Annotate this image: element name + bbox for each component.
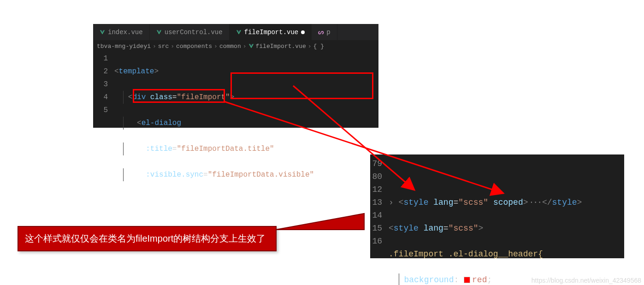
code-line: › <style lang="scss" scoped>···</style> — [389, 196, 620, 209]
dirty-indicator-icon — [301, 30, 305, 34]
code-lines[interactable]: › <style lang="scss" scoped>···</style> … — [389, 157, 624, 285]
annotation-text: 这个样式就仅仅会在类名为fileImport的树结构分支上生效了 — [25, 232, 266, 245]
crumb-seg[interactable]: tbva-mng-yideyi — [97, 43, 151, 50]
tab-bar: index.vue userControl.vue fileImport.vue… — [93, 24, 378, 40]
code-line: :visible.sync="fileImportData.visible" — [114, 168, 375, 181]
vue-icon — [236, 30, 242, 35]
fold-icon[interactable]: ··· — [528, 198, 542, 207]
tab-label: index.vue — [108, 29, 143, 36]
annotation-callout: 这个样式就仅仅会在类名为fileImport的树结构分支上生效了 — [18, 226, 277, 251]
tab-truncated[interactable]: ᔕ p — [312, 24, 337, 40]
code-line — [389, 170, 620, 183]
tab-label: fileImport.vue — [244, 29, 299, 36]
crumb-seg[interactable]: src — [158, 43, 169, 50]
vue-icon — [100, 30, 105, 35]
branch-icon: ᔕ — [318, 28, 324, 36]
code-lines[interactable]: <template> <div class="fileImport"> <el-… — [114, 52, 378, 207]
editor-bottom: 79 80 12 13 14 15 16 › <style lang="scss… — [370, 154, 624, 258]
tab-label: userControl.vue — [165, 29, 223, 36]
code-line: .fileImport .el-dialog__header{ — [389, 248, 620, 261]
gutter: 1 2 3 4 5 — [93, 52, 114, 207]
svg-marker-2 — [276, 214, 364, 230]
crumb-seg[interactable]: common — [219, 43, 241, 50]
vue-icon — [156, 30, 162, 35]
crumb-seg[interactable]: fileImport.vue — [256, 43, 306, 50]
tab-usercontrol-vue[interactable]: userControl.vue — [150, 24, 230, 40]
code-line: :title="fileImportData.title" — [114, 142, 375, 155]
tab-index-vue[interactable]: index.vue — [93, 24, 150, 40]
breadcrumb[interactable]: tbva-mng-yideyi› src› components› common… — [93, 40, 378, 52]
code-area-top[interactable]: 1 2 3 4 5 <template> <div class="fileImp… — [93, 52, 378, 207]
code-area-bottom[interactable]: 79 80 12 13 14 15 16 › <style lang="scss… — [370, 154, 624, 285]
code-line: <el-dialog — [114, 117, 375, 130]
tab-label: p — [326, 29, 330, 36]
editor-top: index.vue userControl.vue fileImport.vue… — [93, 24, 378, 128]
code-line: <div class="fileImport"> — [114, 91, 375, 104]
crumb-seg[interactable]: components — [176, 43, 212, 50]
code-line: <template> — [114, 65, 375, 78]
code-line: <style lang="scss"> — [389, 222, 620, 235]
crumb-seg[interactable]: { } — [313, 43, 324, 50]
watermark: https://blog.csdn.net/weixin_42349568 — [532, 277, 641, 284]
tab-fileimport-vue[interactable]: fileImport.vue — [230, 24, 312, 40]
gutter: 79 80 12 13 14 15 16 — [370, 157, 389, 285]
vue-icon — [248, 43, 254, 49]
color-swatch-icon — [464, 277, 470, 283]
